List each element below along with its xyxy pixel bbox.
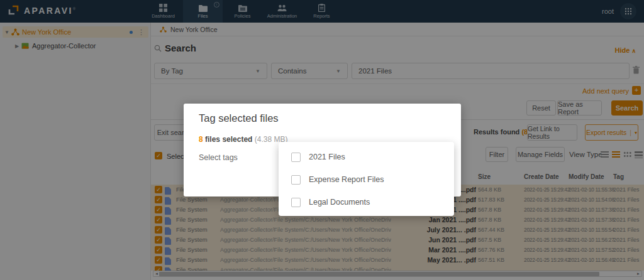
tag-option-expense-report-files[interactable]: Expense Report Files (279, 168, 454, 191)
selected-count: 8 (199, 135, 203, 144)
modal-title: Tag selected files (199, 112, 279, 124)
checkbox-icon[interactable] (291, 198, 301, 207)
app-window: APARAVI® Dashboard Files i (0, 0, 644, 280)
checkbox-icon[interactable] (291, 153, 301, 162)
tags-dropdown: 2021 Files Expense Report Files Legal Do… (279, 142, 454, 216)
checkbox-icon[interactable] (291, 175, 301, 185)
tag-option-2021-files[interactable]: 2021 Files (279, 146, 454, 168)
files-selected-summary: 8 files selected (4.38 MB) (199, 135, 287, 144)
tag-option-legal-documents[interactable]: Legal Documents (279, 191, 454, 213)
select-tags-label: Select tags (199, 153, 238, 162)
